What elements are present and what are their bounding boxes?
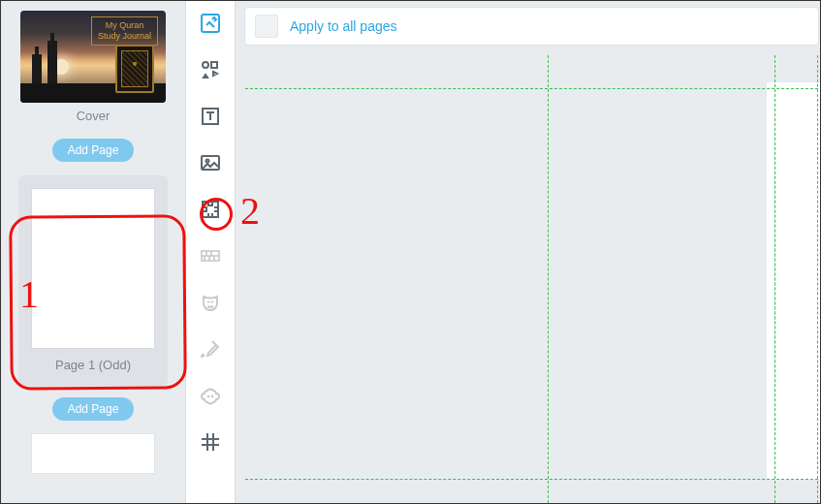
text-icon[interactable] [196,102,225,131]
cover-thumb-wrap: My Quran Study Journal Cover [20,11,166,123]
cover-title-line: My Quran [98,20,151,31]
guide-margin-right [774,55,775,503]
cover-title-box: My Quran Study Journal [91,16,158,46]
tool-toolbar [185,1,236,503]
background-swatch[interactable] [255,15,278,38]
apply-all-pages-link[interactable]: Apply to all pages [290,18,397,34]
cover-thumbnail[interactable]: My Quran Study Journal [20,11,166,103]
image-icon[interactable] [196,148,225,177]
edit-icon[interactable] [196,9,225,38]
guide-left [548,55,549,503]
app-root: My Quran Study Journal Cover Add Page Pa… [0,0,821,504]
add-page-button[interactable]: Add Page [52,397,135,421]
guide-right [817,55,818,503]
cover-title-line: Study Journal [98,31,151,42]
svg-point-5 [206,160,209,163]
add-page-button[interactable]: Add Page [52,139,135,162]
apply-bar: Apply to all pages [245,8,818,45]
shapes-icon[interactable] [196,55,225,84]
cover-caption: Cover [77,109,111,123]
page-1-caption: Page 1 (Odd) [55,358,131,372]
puzzle-icon[interactable] [196,195,225,224]
brush-icon[interactable] [196,334,225,363]
svg-point-8 [208,396,209,397]
page-1-block[interactable]: Page 1 (Odd) [18,175,168,386]
guide-top [245,88,818,89]
svg-point-1 [203,62,208,68]
page-1-thumbnail[interactable] [32,189,154,348]
guide-bottom [245,479,818,480]
mask-icon[interactable] [196,288,225,317]
svg-rect-6 [203,202,218,217]
svg-point-9 [212,396,213,397]
canvas-area: Apply to all pages [236,1,820,503]
brick-icon[interactable] [196,241,225,270]
pages-panel: My Quran Study Journal Cover Add Page Pa… [1,1,185,503]
grid-icon[interactable] [196,427,225,457]
page-2-thumbnail[interactable] [32,434,154,473]
sheep-icon[interactable] [196,381,225,410]
svg-rect-2 [211,62,217,68]
book-icon [115,45,154,93]
